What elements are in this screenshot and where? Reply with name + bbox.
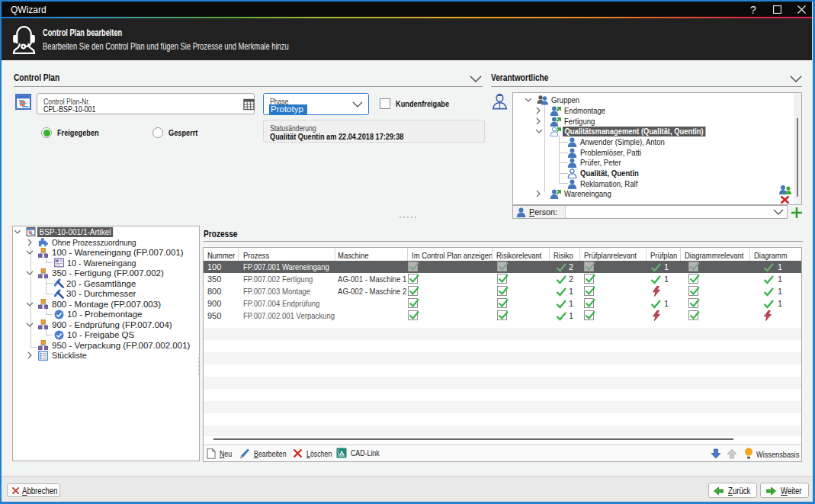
svg-text:?: ? [750, 4, 756, 16]
